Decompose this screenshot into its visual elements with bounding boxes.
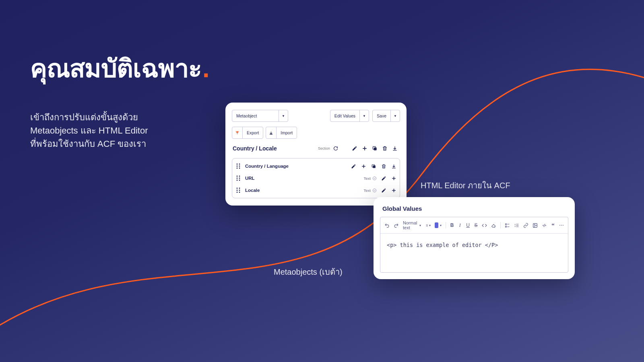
format-select[interactable]: Normal text▾ [403, 220, 421, 230]
plus-icon[interactable] [391, 175, 396, 181]
download-icon[interactable] [391, 163, 396, 169]
section-actions [352, 146, 398, 151]
svg-rect-25 [506, 226, 507, 227]
svg-point-2 [237, 164, 238, 165]
field-actions [381, 175, 396, 181]
field-name: Locale [245, 188, 360, 193]
copy-icon[interactable] [371, 163, 376, 169]
underline-icon[interactable]: U [466, 222, 470, 228]
page-title-block: คุณสมบัติเฉพาะ. [30, 48, 209, 88]
edit-icon[interactable] [381, 175, 386, 181]
check-circle-icon [372, 176, 377, 181]
refresh-icon[interactable] [333, 146, 338, 151]
section-header: Country / Locale Section [225, 144, 407, 156]
chevron-down-icon: ▾ [440, 224, 442, 227]
trash-icon[interactable] [382, 146, 388, 151]
save-label: Save [373, 110, 390, 121]
more-icon[interactable]: ⋯ [559, 222, 564, 228]
plus-icon[interactable] [361, 163, 366, 169]
editor-box: Normal text▾ ▾ ▾ B I U S “ ⋯ <p> this is… [380, 217, 568, 273]
editor-caption: HTML Editor ภายใน ACF [421, 179, 510, 192]
svg-point-20 [239, 190, 240, 191]
desc-line-1: เข้าถึงการปรับแต่งขั้นสูงด้วย [30, 111, 148, 124]
edit-icon[interactable] [351, 163, 356, 169]
field-row: URL Text [232, 172, 400, 184]
svg-point-18 [239, 188, 240, 189]
svg-point-19 [237, 190, 238, 191]
code-icon[interactable] [482, 222, 487, 228]
editor-content[interactable]: <p> this is example of editor </P> [380, 234, 568, 272]
section-title: Country / Locale [233, 145, 315, 152]
svg-point-6 [237, 168, 238, 169]
svg-point-14 [237, 180, 238, 181]
field-name: Country / Language [245, 164, 347, 169]
editor-title: Global Values [374, 204, 575, 217]
title-text: คุณสมบัติเฉพาะ [30, 48, 202, 88]
italic-icon[interactable]: I [458, 222, 462, 228]
download-icon [266, 131, 276, 135]
copy-icon[interactable] [372, 146, 378, 151]
upload-icon [232, 131, 242, 135]
plus-icon[interactable] [391, 187, 396, 193]
metaobject-select-label: Metaobject [232, 110, 279, 121]
strikethrough-icon[interactable]: S [474, 222, 478, 228]
edit-values-label: Edit Values [330, 110, 359, 121]
edit-values-button[interactable]: Edit Values ▼ [330, 110, 369, 122]
list-icon[interactable]: ▾ [425, 222, 431, 228]
chevron-down-icon: ▼ [279, 110, 288, 121]
svg-point-22 [239, 192, 240, 193]
title-dot: . [202, 54, 209, 83]
ordered-list-icon[interactable] [514, 222, 519, 228]
undo-icon[interactable] [384, 222, 390, 228]
code-block-icon[interactable] [542, 222, 547, 228]
field-actions [381, 187, 396, 193]
svg-point-13 [239, 178, 240, 179]
svg-rect-8 [373, 165, 376, 168]
drag-handle-icon[interactable] [235, 163, 241, 169]
field-name: URL [245, 176, 360, 181]
text-color-swatch[interactable] [435, 222, 439, 228]
html-editor-panel: Global Values Normal text▾ ▾ ▾ B I U S [374, 197, 575, 279]
svg-point-10 [237, 176, 238, 177]
quote-icon[interactable]: “ [551, 222, 555, 228]
svg-rect-0 [374, 148, 377, 150]
image-icon[interactable] [533, 222, 538, 228]
page-description: เข้าถึงการปรับแต่งขั้นสูงด้วย Metaobject… [30, 111, 148, 150]
save-button[interactable]: Save ▼ [372, 110, 400, 122]
svg-point-27 [534, 224, 535, 225]
trash-icon[interactable] [381, 163, 386, 169]
desc-line-3: ที่พร้อมใช้งานกับ ACF ของเรา [30, 137, 148, 150]
drag-handle-icon[interactable] [235, 175, 241, 181]
import-label: Import [276, 127, 297, 138]
editor-toolbar: Normal text▾ ▾ ▾ B I U S “ ⋯ [380, 217, 568, 234]
fields-container: Country / Language URL Text [232, 158, 400, 198]
check-circle-icon [372, 188, 377, 193]
export-button[interactable]: Export [232, 127, 263, 139]
svg-point-17 [237, 188, 238, 189]
field-row: Locale Text [232, 184, 400, 196]
svg-point-3 [239, 164, 240, 165]
import-button[interactable]: Import [266, 127, 297, 139]
svg-point-12 [237, 178, 238, 179]
link-icon[interactable] [523, 222, 528, 228]
drag-handle-icon[interactable] [235, 187, 241, 193]
svg-point-23 [373, 189, 376, 192]
field-type: Text [364, 188, 377, 193]
svg-point-21 [237, 192, 238, 193]
edit-icon[interactable] [352, 146, 357, 151]
eraser-icon[interactable] [491, 222, 496, 228]
plus-icon[interactable] [362, 146, 367, 151]
download-icon[interactable] [392, 146, 398, 151]
section-subtitle: Section [318, 146, 330, 150]
chevron-down-icon: ▼ [390, 110, 400, 121]
redo-icon[interactable] [394, 222, 399, 228]
bold-icon[interactable]: B [450, 222, 454, 228]
svg-point-4 [237, 166, 238, 167]
metaobject-select[interactable]: Metaobject ▼ [232, 110, 288, 122]
metaobjects-panel: Metaobject ▼ Edit Values ▼ Save ▼ Export [225, 103, 407, 206]
checklist-icon[interactable] [505, 222, 510, 228]
edit-icon[interactable] [381, 187, 386, 193]
svg-point-5 [239, 166, 240, 167]
chevron-down-icon: ▾ [419, 224, 421, 227]
svg-point-15 [239, 180, 240, 181]
